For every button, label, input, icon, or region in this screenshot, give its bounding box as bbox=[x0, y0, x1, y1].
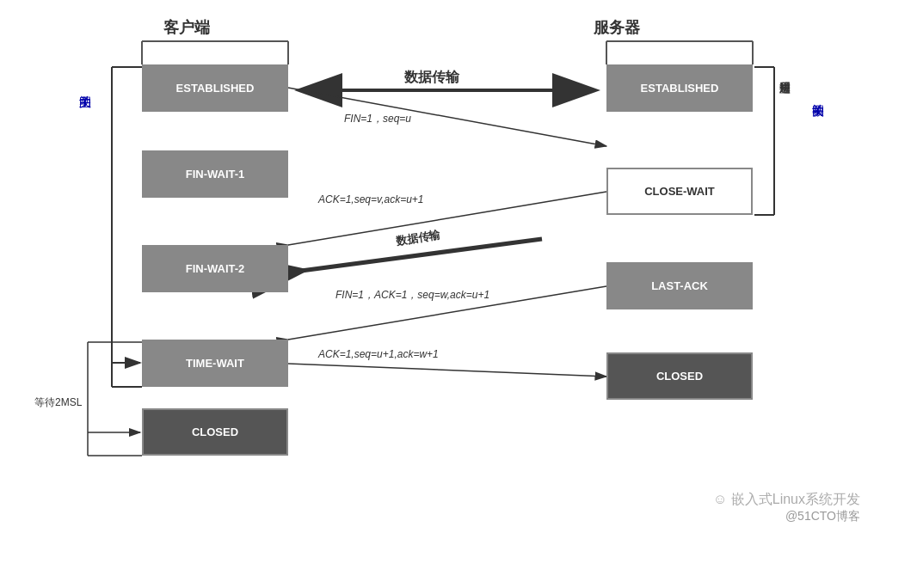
server-established-box: ESTABLISHED bbox=[606, 64, 753, 112]
arrow4-label: ACK=1,seq=u+1,ack=w+1 bbox=[318, 348, 439, 360]
client-finwait1-box: FIN-WAIT-1 bbox=[142, 150, 288, 198]
data-transfer-middle-label: 数据传输 bbox=[395, 227, 441, 248]
client-closed-box: CLOSED bbox=[142, 408, 288, 456]
arrow3-label: FIN=1，ACK=1，seq=w,ack=u+1 bbox=[335, 288, 489, 303]
server-closed-box: CLOSED bbox=[606, 352, 753, 400]
data-transfer-label: 数据传输 bbox=[404, 69, 459, 87]
server-closewait-box: CLOSE-WAIT bbox=[606, 168, 753, 215]
client-finwait2-box: FIN-WAIT-2 bbox=[142, 245, 288, 292]
arrow1-label: FIN=1，seq=u bbox=[344, 112, 411, 126]
client-established-box: ESTABLISHED bbox=[142, 64, 288, 112]
watermark: ☺ 嵌入式Linux系统开发 @51CTO博客 bbox=[713, 491, 860, 524]
server-header: 服务器 bbox=[594, 17, 640, 38]
client-header: 客户端 bbox=[163, 17, 210, 38]
arrow2-label: ACK=1,seq=v,ack=u+1 bbox=[318, 193, 424, 205]
server-lastack-box: LAST-ACK bbox=[606, 262, 753, 309]
client-timewait-box: TIME-WAIT bbox=[142, 340, 288, 387]
watermark-logo: ☺ 嵌入式Linux系统开发 bbox=[713, 491, 860, 509]
svg-line-11 bbox=[288, 88, 606, 146]
svg-line-15 bbox=[288, 364, 606, 377]
wait-2msl-label: 等待2MSL bbox=[34, 395, 82, 410]
watermark-line2: @51CTO博客 bbox=[713, 509, 860, 524]
